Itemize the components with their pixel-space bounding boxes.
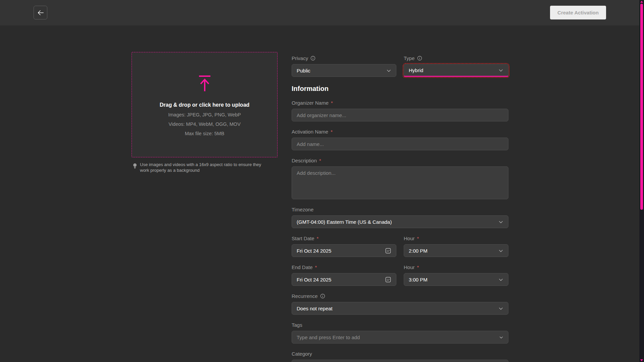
recurrence-dropdown[interactable]: Does not repeat [292,302,508,315]
chevron-down-icon [498,68,503,73]
info-icon[interactable] [320,294,325,299]
type-value: Hybrid [409,67,496,73]
start-hour-value: 2:00 PM [409,248,496,254]
category-label: Category [292,350,508,357]
lightbulb-icon [133,162,140,173]
scroll-down-arrow-icon[interactable] [640,359,643,361]
tags-label: Tags [292,321,508,328]
chevron-down-icon [499,335,503,340]
main-content: Drag & drop or click here to upload Imag… [0,25,644,362]
aspect-ratio-tip: Use images and videos with a 16x9 aspect… [132,162,278,173]
start-date-label: Start Date * [292,235,396,242]
calendar-icon [385,248,391,254]
required-mark: * [331,129,333,135]
dropzone-title: Drag & drop or click here to upload [160,102,250,108]
chevron-down-icon [498,248,503,253]
tags-placeholder: Type and press Enter to add [297,334,496,340]
required-mark: * [317,236,319,241]
dropzone-images-formats: Images: JPEG, JPG, PNG, WebP [168,112,241,117]
description-textarea[interactable] [292,166,508,199]
information-section-title: Information [292,85,508,93]
info-icon[interactable] [310,56,315,61]
end-hour-label: Hour * [404,264,508,270]
category-dropdown[interactable] [292,360,508,362]
recurrence-label: Recurrence [292,293,508,299]
back-button[interactable] [34,6,47,19]
type-dropdown[interactable]: Hybrid [404,64,508,77]
required-mark: * [319,158,321,163]
type-label: Type [404,55,508,61]
end-date-label: End Date * [292,264,396,270]
start-hour-label: Hour * [404,235,508,242]
required-mark: * [331,100,333,106]
end-date-picker[interactable]: Fri Oct 24 2025 [292,273,396,286]
upload-section: Drag & drop or click here to upload Imag… [132,52,278,173]
end-date-value: Fri Oct 24 2025 [297,277,382,282]
scroll-up-arrow-icon[interactable] [640,1,643,3]
calendar-icon [385,276,391,283]
file-dropzone[interactable]: Drag & drop or click here to upload Imag… [132,52,278,157]
upload-arrow-icon [197,75,212,92]
description-label: Description * [292,157,508,164]
dropzone-videos-formats: Videos: MP4, WebM, OGG, MOV [168,121,241,127]
tip-text: Use images and videos with a 16x9 aspect… [140,162,269,173]
end-hour-dropdown[interactable]: 3:00 PM [404,273,508,286]
timezone-label: Timezone [292,206,508,213]
dropzone-max-size: Max file size: 5MB [185,131,225,136]
chevron-down-icon [386,68,391,73]
organizer-name-input[interactable] [292,109,508,121]
required-mark: * [417,236,419,241]
arrow-left-icon [37,9,44,16]
privacy-label: Privacy [292,55,396,61]
required-mark: * [417,264,419,270]
privacy-dropdown[interactable]: Public [292,64,396,77]
chevron-down-icon [498,306,503,311]
activation-form: Privacy Public Type [292,55,508,362]
start-hour-dropdown[interactable]: 2:00 PM [404,244,508,257]
end-hour-value: 3:00 PM [409,277,496,282]
activation-name-input[interactable] [292,138,508,150]
activation-name-label: Activation Name * [292,128,508,135]
privacy-value: Public [297,68,384,73]
start-date-picker[interactable]: Fri Oct 24 2025 [292,244,396,257]
recurrence-value: Does not repeat [297,306,496,311]
tags-input[interactable]: Type and press Enter to add [292,331,508,344]
vertical-scrollbar[interactable] [639,0,644,362]
organizer-name-label: Organizer Name * [292,99,508,106]
info-icon[interactable] [417,56,422,61]
create-activation-button[interactable]: Create Activation [550,6,606,19]
start-date-value: Fri Oct 24 2025 [297,248,382,254]
chevron-down-icon [498,277,503,282]
timezone-value: (GMT-04:00) Eastern Time (US & Canada) [297,219,496,225]
timezone-dropdown[interactable]: (GMT-04:00) Eastern Time (US & Canada) [292,215,508,228]
scrollbar-thumb[interactable] [640,4,643,210]
topbar: Create Activation [0,0,644,25]
required-mark: * [315,264,317,270]
chevron-down-icon [498,219,503,224]
